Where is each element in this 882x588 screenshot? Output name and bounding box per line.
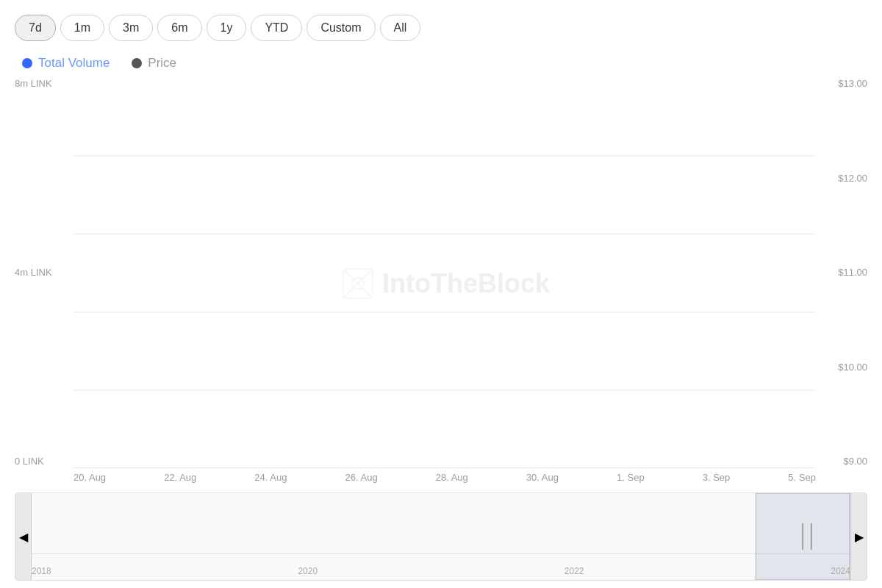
time-range-bar: 7d1m3m6m1yYTDCustomAll	[15, 15, 867, 41]
x-label-5: 30. Aug	[526, 472, 559, 485]
time-btn-1m[interactable]: 1m	[60, 15, 104, 41]
year-2020: 2020	[298, 566, 318, 576]
time-btn-7d[interactable]: 7d	[15, 15, 56, 41]
legend-dot-price	[132, 58, 142, 68]
y-label-r3: $11.00	[838, 267, 867, 278]
navigator-area[interactable]: 2018 2020 2022 2024 ◀ ▶	[15, 492, 867, 581]
main-chart-area: 8m LINK 4m LINK 0 LINK IntoTheBlock	[15, 78, 867, 489]
y-label-r2: $12.00	[838, 173, 867, 184]
legend-label-price: Price	[148, 56, 176, 71]
time-btn-custom[interactable]: Custom	[306, 15, 375, 41]
y-label-r5: $9.00	[843, 456, 867, 467]
y-axis-right: $13.00 $12.00 $11.00 $10.00 $9.00	[816, 78, 867, 489]
chart-and-xaxis: IntoTheBlock	[74, 78, 816, 489]
chart-wrapper: 8m LINK 4m LINK 0 LINK IntoTheBlock	[15, 78, 867, 581]
x-label-2: 24. Aug	[254, 472, 287, 485]
time-btn-3m[interactable]: 3m	[109, 15, 153, 41]
time-btn-all[interactable]: All	[380, 15, 421, 41]
navigator-right-handle[interactable]: ▶	[850, 493, 867, 580]
legend-label-volume: Total Volume	[38, 56, 110, 71]
right-arrow-icon: ▶	[855, 530, 864, 544]
main-container: 7d1m3m6m1yYTDCustomAll Total Volume Pric…	[0, 0, 882, 588]
legend: Total Volume Price	[15, 56, 867, 71]
x-label-8: 5. Sep	[788, 472, 816, 485]
x-label-0: 20. Aug	[74, 472, 106, 485]
time-btn-ytd[interactable]: YTD	[251, 15, 302, 41]
legend-total-volume[interactable]: Total Volume	[22, 56, 110, 71]
y-label-bot-left: 0 LINK	[15, 456, 44, 467]
year-2018: 2018	[32, 566, 51, 576]
navigator-left-handle[interactable]: ◀	[15, 493, 32, 580]
x-label-4: 28. Aug	[436, 472, 468, 485]
x-axis: 20. Aug22. Aug24. Aug26. Aug28. Aug30. A…	[74, 468, 816, 489]
legend-dot-volume	[22, 58, 32, 68]
time-btn-6m[interactable]: 6m	[157, 15, 201, 41]
x-label-3: 26. Aug	[345, 472, 378, 485]
year-labels: 2018 2020 2022 2024	[32, 566, 850, 576]
x-label-1: 22. Aug	[164, 472, 196, 485]
y-label-mid-left: 4m LINK	[15, 267, 52, 278]
y-axis-left: 8m LINK 4m LINK 0 LINK	[15, 78, 74, 489]
year-2024: 2024	[831, 566, 850, 576]
legend-price[interactable]: Price	[132, 56, 176, 71]
y-label-top-left: 8m LINK	[15, 78, 52, 89]
y-label-r4: $10.00	[838, 362, 867, 373]
time-btn-1y[interactable]: 1y	[207, 15, 247, 41]
y-label-r1: $13.00	[838, 78, 867, 89]
x-label-7: 3. Sep	[703, 472, 731, 485]
left-arrow-icon: ◀	[19, 530, 28, 544]
x-label-6: 1. Sep	[617, 472, 645, 485]
year-2022: 2022	[564, 566, 584, 576]
main-chart-svg	[74, 78, 816, 468]
